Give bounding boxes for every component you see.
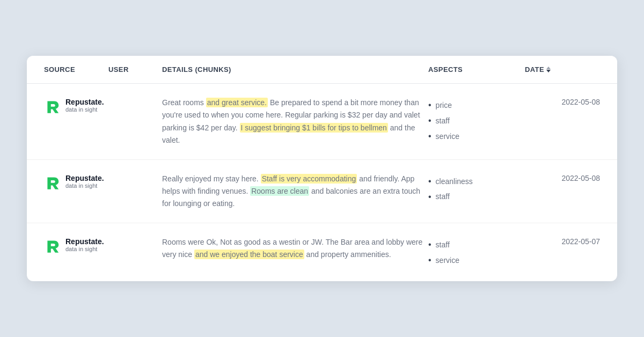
- detail-cell-3: Rooms were Ok, Not as good as a westin o…: [162, 236, 428, 261]
- source-tagline-2: data in sight: [65, 182, 104, 189]
- col-user: USER: [108, 65, 162, 74]
- sort-icon[interactable]: [546, 67, 551, 72]
- col-aspects: ASPECTS: [428, 65, 525, 74]
- col-details: DETAILS (CHUNKS): [162, 65, 428, 74]
- user-cell-1: [108, 97, 162, 98]
- repustate-logo-icon-3: [44, 237, 61, 254]
- col-source: SOURCE: [44, 65, 108, 74]
- source-logo-text: Repustate. data in sight: [65, 98, 104, 113]
- aspect-item: service: [428, 129, 525, 144]
- aspect-item: cleanliness: [428, 174, 525, 189]
- source-tagline: data in sight: [65, 106, 104, 113]
- source-cell: Repustate. data in sight: [44, 97, 108, 115]
- repustate-logo-icon-2: [44, 174, 61, 191]
- source-name: Repustate.: [65, 98, 104, 106]
- aspect-item: staff: [428, 237, 525, 253]
- aspects-cell-1: price staff service: [428, 97, 525, 144]
- aspect-item: service: [428, 253, 525, 268]
- user-cell-2: [108, 173, 162, 174]
- user-cell-3: [108, 236, 162, 237]
- aspects-cell-2: cleanliness staff: [428, 173, 525, 205]
- date-cell-3: 2022-05-07: [525, 236, 600, 246]
- table-row: Repustate. data in sight Really enjoyed …: [27, 160, 617, 223]
- table-row: Repustate. data in sight Rooms were Ok, …: [27, 223, 617, 281]
- table-row: Repustate. data in sight Great rooms and…: [27, 84, 617, 159]
- col-date[interactable]: DATE: [525, 65, 600, 74]
- source-cell-3: Repustate. data in sight: [44, 236, 108, 254]
- aspect-item: price: [428, 98, 525, 113]
- source-name-3: Repustate.: [65, 237, 104, 246]
- table-header: SOURCE USER DETAILS (CHUNKS) ASPECTS DAT…: [27, 56, 617, 84]
- source-cell-2: Repustate. data in sight: [44, 173, 108, 191]
- date-cell-1: 2022-05-08: [525, 97, 600, 106]
- date-cell-2: 2022-05-08: [525, 173, 600, 182]
- source-logo-text-3: Repustate. data in sight: [65, 237, 104, 252]
- detail-cell-2: Really enjoyed my stay here. Staff is ve…: [162, 173, 428, 210]
- main-card: SOURCE USER DETAILS (CHUNKS) ASPECTS DAT…: [27, 56, 617, 281]
- aspect-item: staff: [428, 189, 525, 205]
- source-tagline-3: data in sight: [65, 246, 104, 252]
- source-name-2: Repustate.: [65, 174, 104, 182]
- detail-cell-1: Great rooms and great service. Be prepar…: [162, 97, 428, 146]
- aspect-item: staff: [428, 113, 525, 129]
- repustate-logo-icon: [44, 98, 61, 115]
- aspects-cell-3: staff service: [428, 236, 525, 268]
- source-logo-text-2: Repustate. data in sight: [65, 174, 104, 189]
